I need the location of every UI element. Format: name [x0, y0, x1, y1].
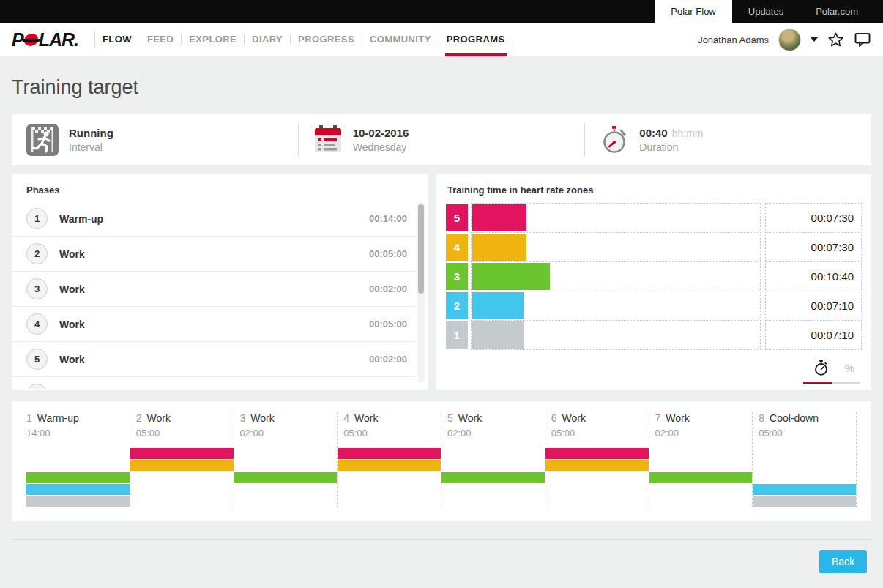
chat-bubble-icon[interactable]: [854, 31, 871, 48]
chevron-down-icon[interactable]: [811, 37, 818, 42]
nav-item-explore[interactable]: EXPLORE: [189, 23, 236, 56]
summary-card: Running Interval 10-02-2016 Wednesday: [12, 114, 871, 165]
phase-duration: 00:02:00: [369, 354, 407, 365]
timeline-phase-name: Work: [354, 412, 378, 424]
nav-item-community[interactable]: COMMUNITY: [370, 23, 431, 56]
timeline-phase-zone-bars: [338, 448, 441, 507]
timeline-phase-duration: 14:00: [26, 428, 130, 439]
timeline-phase-duration: 05:00: [130, 428, 234, 439]
timeline-phase-column: 6 Work 05:00: [545, 412, 649, 507]
zone-time: 00:07:10: [765, 291, 862, 321]
timeline-phase-duration: 02:00: [442, 428, 545, 439]
nav-divider: [362, 34, 362, 45]
phase-name: Work: [59, 283, 85, 295]
zone-bar: [472, 204, 526, 231]
nav-item-diary[interactable]: DIARY: [252, 23, 283, 56]
nav-divider: [439, 34, 439, 45]
polar-logo[interactable]: P LAR.: [12, 29, 78, 51]
zone-number-badge: 4: [446, 234, 468, 261]
timeline-zone-bar: [545, 460, 649, 471]
timeline-phase-zone-bars: [442, 448, 545, 507]
timeline-phase-column: 8 Cool-down 05:00: [752, 412, 856, 507]
top-tab-polar-com[interactable]: Polar.com: [800, 0, 874, 23]
zone-bar-track: [471, 291, 761, 321]
back-button[interactable]: Back: [819, 550, 867, 573]
zone-bar: [472, 263, 550, 290]
zone-number-badge: 2: [446, 292, 468, 319]
timeline-phase-duration: 05:00: [338, 428, 441, 439]
stopwatch-icon: [600, 124, 629, 155]
nav-item-programs[interactable]: PROGRAMS: [447, 23, 505, 56]
timeline-zone-bar: [753, 484, 856, 495]
timeline-phase-duration: 05:00: [545, 428, 649, 439]
zone-number-badge: 5: [446, 204, 468, 231]
zones-table: 5 00:07:30 4 00:07:30 3 00:10:40 2 00:07…: [446, 203, 862, 350]
timeline-phase-name: Work: [666, 412, 689, 424]
phases-scrollbar-thumb[interactable]: [418, 204, 424, 294]
timeline-zone-bar: [26, 484, 130, 495]
nav-divider: [94, 31, 95, 48]
timeline-phase-number: 4: [343, 412, 349, 424]
phase-timeline: 1 Warm-up 14:00 2 Work 05:00 3 Work 02:0…: [26, 412, 857, 507]
zone-time: 00:10:40: [765, 261, 862, 291]
main-header: P LAR. FLOW FEED EXPLORE DIARY PROGRESS …: [0, 23, 883, 56]
zone-row: 4 00:07:30: [446, 232, 862, 262]
top-tab-updates[interactable]: Updates: [732, 0, 800, 23]
phases-panel: Phases 1 Warm-up 00:14:00 2 Work 00:05:0…: [12, 174, 428, 390]
timeline-zone-bar: [545, 448, 649, 459]
phase-number-badge: 3: [26, 278, 48, 299]
main-nav: FLOW FEED EXPLORE DIARY PROGRESS COMMUNI…: [87, 23, 520, 56]
zone-bar-track: [471, 232, 761, 262]
avatar[interactable]: [778, 29, 801, 51]
timeline-phase-column: 3 Work 02:00: [234, 412, 338, 507]
timeline-phase-column: 4 Work 05:00: [337, 412, 441, 507]
phase-number-badge: 4: [26, 313, 48, 335]
phase-name: Work: [59, 248, 85, 260]
timeline-phase-name: Work: [562, 412, 586, 424]
polar-logo-o-icon: [23, 34, 38, 46]
duration-unit: hh:mm: [672, 127, 704, 139]
nav-item-progress[interactable]: PROGRESS: [298, 23, 354, 56]
timeline-phase-name: Work: [458, 412, 482, 424]
phase-name: Warm-up: [59, 213, 103, 225]
timeline-phase-number: 3: [240, 412, 246, 424]
target-weekday: Wednesday: [353, 141, 409, 153]
time-view-stopwatch-icon[interactable]: [813, 360, 829, 376]
phase-name: Work: [59, 354, 85, 365]
phase-duration: 00:05:00: [369, 319, 407, 330]
top-tab-polar-flow[interactable]: Polar Flow: [655, 0, 731, 23]
phase-list-item: 5 Work 00:02:00: [12, 342, 414, 377]
nav-item-flow[interactable]: FLOW: [103, 23, 132, 56]
timeline-phase-zone-bars: [649, 448, 753, 507]
phase-number-badge: [26, 384, 48, 389]
zones-view-toggle: %: [446, 360, 862, 384]
heart-rate-zones-panel: Training time in heart rate zones 5 00:0…: [436, 174, 871, 390]
zone-bar-track: [471, 320, 761, 350]
user-name[interactable]: Jonathan Adams: [698, 34, 769, 45]
phase-timeline-panel: 1 Warm-up 14:00 2 Work 05:00 3 Work 02:0…: [12, 401, 871, 521]
timeline-phase-zone-bars: [753, 448, 856, 507]
zone-time: 00:07:30: [765, 203, 862, 233]
timeline-zone-bar: [338, 448, 441, 459]
phases-title: Phases: [12, 174, 428, 201]
summary-sport: Running Interval: [12, 123, 298, 157]
phase-list-item: 2 Work 00:05:00: [12, 237, 414, 272]
footer-divider: [12, 539, 871, 540]
star-icon[interactable]: [827, 31, 844, 48]
zone-bar: [472, 321, 524, 349]
top-site-bar: Polar Flow Updates Polar.com: [0, 0, 883, 23]
timeline-zone-bar: [234, 472, 338, 483]
duration-value: 00:40hh:mm: [639, 127, 703, 139]
timeline-phase-number: 1: [26, 412, 32, 424]
percent-view-toggle[interactable]: %: [845, 362, 854, 374]
nav-item-feed[interactable]: FEED: [147, 23, 174, 56]
timeline-phase-zone-bars: [26, 448, 130, 507]
zone-row: 2 00:07:10: [446, 291, 862, 321]
timeline-zone-bar: [442, 472, 545, 483]
timeline-phase-zone-bars: [545, 448, 649, 507]
phases-scrollbar: [417, 202, 425, 382]
phase-duration: 00:14:00: [369, 213, 407, 224]
timeline-phase-number: 5: [447, 412, 453, 424]
timeline-phase-column: 7 Work 02:00: [649, 412, 753, 507]
phase-number-badge: 1: [26, 208, 48, 229]
